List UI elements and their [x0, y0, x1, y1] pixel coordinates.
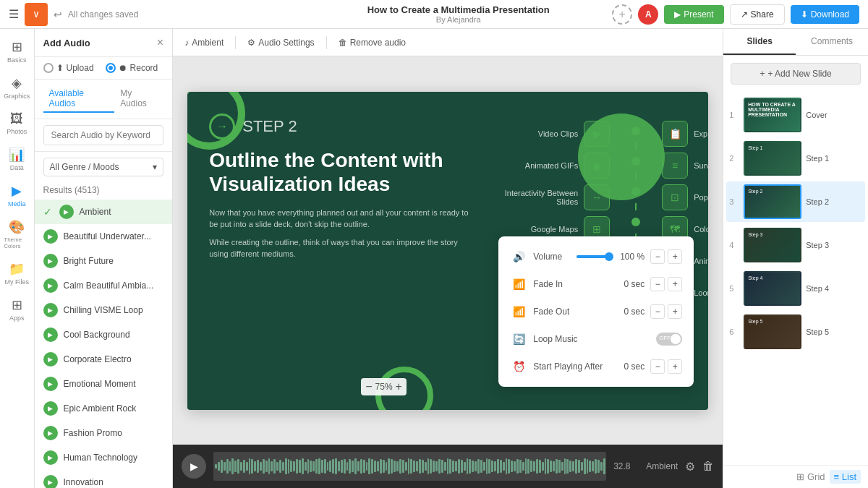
slide-thumb-5[interactable]: 5 Step 4 Step 4 — [726, 268, 865, 309]
zoom-in-button[interactable]: + — [396, 380, 402, 393]
toolbar-graphics[interactable]: ◈ Graphics — [1, 71, 33, 104]
view-toggle: ⊞ Grid ≡ List — [723, 465, 868, 488]
zoom-out-button[interactable]: − — [365, 380, 372, 393]
list-item[interactable]: ▶ Beautiful Underwater... — [35, 224, 173, 249]
slide-thumb-3[interactable]: 3 Step 2 Step 2 — [726, 181, 865, 222]
play-icon[interactable]: ▶ — [43, 426, 58, 440]
volume-icon: 🔊 — [510, 248, 527, 265]
waveform[interactable]: 0 s — [213, 452, 606, 481]
grid-view-button[interactable]: ⊞ Grid — [796, 471, 825, 482]
right-panel: Slides Comments + + Add New Slide 1 HOW … — [723, 29, 868, 488]
toolbar-basics[interactable]: ⊞ Basics — [1, 35, 33, 68]
record-radio[interactable] — [106, 63, 116, 73]
add-new-slide-button[interactable]: + + Add New Slide — [731, 63, 861, 85]
loop-toggle[interactable]: OFF — [656, 333, 682, 346]
ambient-toolbar-btn[interactable]: ♪ Ambient — [184, 38, 224, 48]
volume-slider[interactable] — [576, 255, 614, 258]
search-input[interactable] — [43, 125, 164, 145]
play-icon[interactable]: ▶ — [43, 303, 58, 317]
toolbar-data[interactable]: 📊 Data — [1, 142, 33, 176]
toolbar-photos[interactable]: 🖼 Photos — [1, 107, 33, 140]
play-icon[interactable]: ▶ — [59, 205, 74, 219]
play-icon[interactable]: ▶ — [43, 254, 58, 268]
undo-icon[interactable]: ↩ — [54, 9, 62, 20]
fade-out-row: 📶 Fade Out 0 sec − + — [510, 303, 682, 320]
play-icon[interactable]: ▶ — [43, 278, 58, 293]
slide-container: → STEP 2 Outline the Content with Visual… — [173, 56, 723, 445]
list-item[interactable]: ✓ ▶ Ambient — [35, 200, 173, 224]
main-layout: ⊞ Basics ◈ Graphics 🖼 Photos 📊 Data ▶ Me… — [0, 29, 868, 488]
list-item[interactable]: ▶ Cool Background — [35, 322, 173, 347]
record-icon: ⏺ — [119, 63, 127, 73]
play-icon[interactable]: ▶ — [43, 401, 58, 416]
add-collaborator-button[interactable]: + — [612, 4, 632, 25]
fade-in-increase[interactable]: + — [668, 277, 682, 291]
upload-option[interactable]: ⬆ Upload — [43, 63, 94, 73]
volume-row: 🔊 Volume 100 % − + — [510, 248, 682, 265]
toolbar-apps[interactable]: ⊞ Apps — [1, 293, 33, 326]
list-item[interactable]: ▶ Bright Future — [35, 249, 173, 273]
slide-thumb-4[interactable]: 4 Step 3 Step 3 — [726, 225, 865, 265]
list-view-button[interactable]: ≡ List — [830, 470, 861, 484]
list-item[interactable]: ▶ Fashion Promo — [35, 421, 173, 445]
basics-icon: ⊞ — [12, 39, 22, 55]
start-playing-value: 0 sec — [619, 361, 644, 372]
fade-in-decrease[interactable]: − — [650, 277, 665, 291]
present-icon: ▶ — [674, 9, 681, 20]
audio-settings-btn[interactable]: ⚙ Audio Settings — [247, 38, 314, 48]
music-note-icon: ♪ — [184, 38, 189, 48]
waveform-play-button[interactable]: ▶ — [182, 454, 206, 479]
slide-thumb-6[interactable]: 6 Step 5 Step 5 — [726, 312, 865, 352]
waveform-delete-icon[interactable]: 🗑 — [702, 460, 714, 473]
list-item[interactable]: ▶ Calm Beautiful Ambia... — [35, 273, 173, 298]
slide-thumb-1[interactable]: 1 HOW TO CREATE A MULTIMEDIA PRESENTATIO… — [726, 95, 865, 135]
play-icon[interactable]: ▶ — [43, 475, 58, 488]
volume-increase[interactable]: + — [668, 249, 682, 264]
hamburger-icon[interactable]: ☰ — [9, 7, 19, 21]
tab-comments[interactable]: Comments — [796, 29, 868, 55]
tab-my-audios[interactable]: My Audios — [114, 85, 163, 113]
list-item[interactable]: ▶ Corporate Electro — [35, 347, 173, 372]
panel-header: Add Audio × — [35, 29, 173, 57]
genre-dropdown[interactable]: All Genre / Moods ▾ — [43, 158, 164, 176]
add-audio-panel: Add Audio × ⬆ Upload ⏺ Record Available … — [35, 29, 174, 488]
list-item[interactable]: ▶ Chilling VISME Loop — [35, 298, 173, 322]
play-icon[interactable]: ▶ — [43, 328, 58, 342]
slide-body-2: While creating the outline, think of way… — [209, 236, 469, 260]
remove-audio-btn[interactable]: 🗑 Remove audio — [339, 38, 406, 48]
photos-icon: 🖼 — [10, 111, 23, 127]
loop-icon: 🔄 — [510, 330, 527, 348]
list-item[interactable]: ▶ Epic Ambient Rock — [35, 396, 173, 421]
waveform-waves — [213, 452, 606, 481]
tab-slides[interactable]: Slides — [723, 29, 796, 55]
step-header: → STEP 2 — [209, 114, 469, 140]
present-button[interactable]: ▶ Present — [664, 5, 723, 24]
waveform-bar: ▶ 0 s 32.8 Ambient ⚙ 🗑 — [173, 445, 723, 488]
play-icon[interactable]: ▶ — [43, 377, 58, 391]
play-icon[interactable]: ▶ — [43, 352, 58, 367]
slide-thumbnail-3: Step 2 — [744, 184, 801, 219]
fade-out-increase[interactable]: + — [668, 304, 682, 319]
start-decrease[interactable]: − — [650, 359, 665, 374]
tab-available-audios[interactable]: Available Audios — [43, 85, 115, 113]
waveform-settings-icon[interactable]: ⚙ — [685, 460, 695, 474]
fade-out-decrease[interactable]: − — [650, 304, 665, 319]
toolbar-myfiles[interactable]: 📁 My Files — [1, 257, 33, 290]
share-button[interactable]: ↗ Share — [730, 4, 785, 25]
list-item[interactable]: ▶ Human Technology — [35, 445, 173, 470]
close-panel-button[interactable]: × — [157, 36, 163, 49]
list-item[interactable]: ▶ Emotional Moment — [35, 372, 173, 396]
slide-thumb-2[interactable]: 2 Step 1 Step 1 — [726, 138, 865, 179]
play-icon[interactable]: ▶ — [43, 229, 58, 244]
toolbar-theme[interactable]: 🎨 Theme Colors — [1, 215, 33, 254]
theme-icon: 🎨 — [9, 219, 25, 235]
upload-radio[interactable] — [43, 63, 54, 73]
record-option[interactable]: ⏺ Record — [106, 63, 158, 73]
volume-decrease[interactable]: − — [650, 249, 665, 264]
list-item[interactable]: ▶ Innovation — [35, 470, 173, 488]
toolbar-media[interactable]: ▶ Media — [1, 179, 33, 212]
start-increase[interactable]: + — [668, 359, 682, 374]
download-button[interactable]: ⬇ Download — [791, 5, 859, 24]
play-icon[interactable]: ▶ — [43, 450, 58, 465]
toggle-label: OFF — [659, 335, 671, 341]
